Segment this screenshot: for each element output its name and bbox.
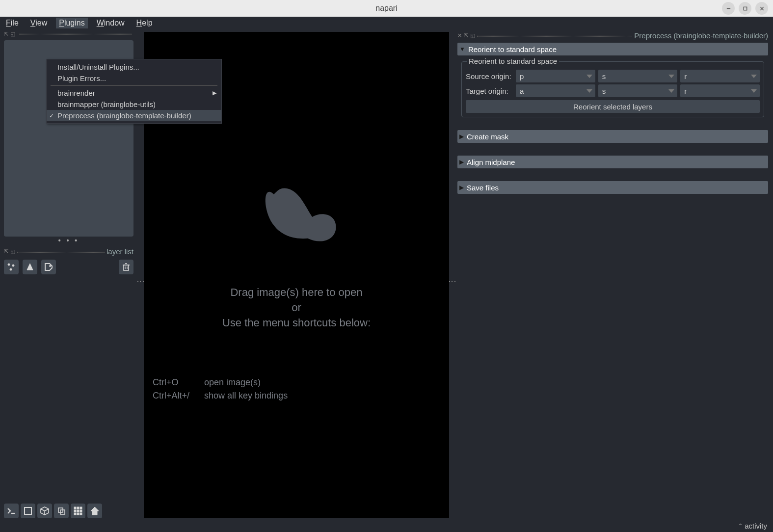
title-bar: napari (0, 0, 773, 17)
svg-rect-20 (80, 507, 82, 509)
window-title: napari (375, 4, 397, 13)
plugins-preprocess-item[interactable]: ✓ Preprocess (brainglobe-template-builde… (47, 110, 221, 121)
canvas-shortcuts: Ctrl+Oopen image(s) Ctrl+Alt+/show all k… (152, 375, 302, 403)
minimize-button[interactable] (722, 2, 735, 15)
menu-view[interactable]: View (27, 18, 50, 28)
overflow-dots[interactable]: • • • (42, 237, 96, 244)
svg-rect-21 (74, 510, 76, 512)
roll-button[interactable] (37, 504, 52, 518)
svg-marker-7 (27, 264, 33, 270)
layer-list-label: layer list (107, 247, 133, 256)
section-create-mask-header[interactable]: Create mask (457, 130, 768, 143)
svg-rect-9 (124, 265, 129, 270)
close-dock-icon[interactable]: ✕ (457, 32, 462, 39)
canvas-hint-text: Drag image(s) here to open or Use the me… (222, 285, 371, 330)
detach-icon[interactable]: ⇱ (4, 248, 8, 255)
svg-rect-19 (77, 507, 79, 509)
menu-plugins[interactable]: Plugins (56, 18, 87, 28)
reorient-button[interactable]: Reorient selected layers (466, 100, 760, 113)
home-button[interactable] (87, 504, 102, 518)
ndisplay-button[interactable] (21, 504, 35, 518)
new-labels-button[interactable] (41, 260, 56, 274)
menu-separator (51, 85, 217, 86)
plugins-brainrender-item[interactable]: brainrender ▶ (47, 87, 221, 99)
svg-rect-26 (80, 513, 82, 515)
target-origin-b-select[interactable]: s (598, 84, 678, 97)
menu-bar: File View Plugins Window Help (0, 17, 773, 29)
svg-rect-23 (80, 510, 82, 512)
svg-rect-18 (74, 507, 76, 509)
source-origin-c-select[interactable]: r (680, 70, 760, 82)
source-origin-b-select[interactable]: s (598, 70, 678, 82)
right-drag-handle[interactable]: ⋮ (449, 29, 455, 532)
source-origin-a-select[interactable]: p (516, 70, 595, 82)
svg-point-6 (10, 268, 12, 270)
target-origin-label: Target origin: (466, 87, 513, 95)
plugins-dropdown-menu: Install/Uninstall Plugins... Plugin Erro… (46, 59, 222, 124)
chevron-up-icon: ⌃ (738, 523, 743, 529)
menu-help[interactable]: Help (133, 18, 156, 28)
svg-rect-22 (77, 510, 79, 512)
right-panel: ✕ ⇱ ◱ Preprocess (brainglobe-template-bu… (455, 29, 773, 532)
svg-rect-24 (74, 513, 76, 515)
detach-icon[interactable]: ⇱ (464, 32, 468, 39)
menu-file[interactable]: File (3, 18, 22, 28)
dock-title: Preprocess (brainglobe-template-builder) (634, 31, 768, 40)
expand-icon[interactable]: ◱ (10, 248, 15, 255)
layer-list-dock-header: ⇱ ◱ layer list (4, 247, 133, 256)
plugins-errors-item[interactable]: Plugin Errors... (47, 73, 221, 84)
svg-point-5 (12, 265, 14, 266)
transpose-button[interactable] (54, 504, 69, 518)
source-origin-label: Source origin: (466, 72, 513, 80)
activity-button[interactable]: ⌃ activity (738, 522, 767, 530)
right-dock-header: ✕ ⇱ ◱ Preprocess (brainglobe-template-bu… (457, 31, 768, 40)
section-align-header[interactable]: Align midplane (457, 156, 768, 168)
section-reorient-body: Reorient to standard space Source origin… (461, 61, 764, 117)
svg-point-8 (50, 266, 51, 267)
console-button[interactable] (4, 504, 19, 518)
new-points-button[interactable] (4, 260, 19, 274)
layer-controls-dock-header: ⇱ ◱ (4, 30, 133, 37)
svg-point-4 (8, 264, 10, 266)
viewer-buttons (4, 504, 102, 518)
maximize-button[interactable] (739, 2, 751, 15)
svg-rect-1 (744, 7, 746, 10)
plugins-brainmapper-item[interactable]: brainmapper (brainglobe-utils) (47, 99, 221, 110)
section-reorient-header[interactable]: Reorient to standard space (457, 43, 768, 55)
reorient-group-title: Reorient to standard space (467, 57, 559, 65)
svg-rect-25 (77, 513, 79, 515)
expand-icon[interactable]: ◱ (470, 32, 475, 39)
menu-window[interactable]: Window (94, 18, 128, 28)
target-origin-a-select[interactable]: a (516, 84, 595, 97)
target-origin-c-select[interactable]: r (680, 84, 760, 97)
detach-icon[interactable]: ⇱ (4, 31, 8, 37)
close-button[interactable] (755, 2, 768, 15)
new-shapes-button[interactable] (23, 260, 37, 274)
plugins-install-item[interactable]: Install/Uninstall Plugins... (47, 61, 221, 73)
expand-icon[interactable]: ◱ (10, 31, 15, 37)
napari-logo-icon (240, 160, 353, 273)
delete-layer-button[interactable] (119, 260, 133, 274)
svg-rect-15 (25, 507, 31, 514)
check-icon: ✓ (49, 112, 54, 119)
submenu-arrow-icon: ▶ (213, 90, 216, 96)
grid-button[interactable] (71, 504, 85, 518)
section-save-header[interactable]: Save files (457, 181, 768, 194)
